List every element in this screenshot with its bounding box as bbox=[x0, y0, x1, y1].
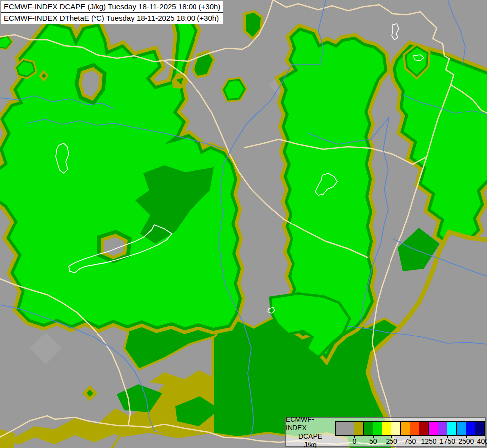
title-line-dcape: ECMWF-INDEX DCAPE (J/kg) Tuesday 18-11-2… bbox=[1, 1, 223, 12]
legend-swatch-7 bbox=[400, 421, 410, 436]
forecast-map bbox=[0, 0, 487, 448]
legend-tick-label: 0 bbox=[352, 437, 356, 445]
legend-swatch-3 bbox=[363, 421, 373, 436]
title-box: ECMWF-INDEX DCAPE (J/kg) Tuesday 18-11-2… bbox=[1, 1, 223, 24]
legend-tick-label: 1250 bbox=[421, 437, 436, 445]
legend-model-name: ECMWF-INDEX bbox=[286, 415, 335, 432]
weather-map-screen: ECMWF-INDEX DCAPE (J/kg) Tuesday 18-11-2… bbox=[0, 0, 487, 448]
legend-swatch-2 bbox=[354, 421, 363, 436]
legend-swatch-1 bbox=[345, 421, 354, 436]
legend-swatch-13 bbox=[456, 421, 466, 436]
legend-swatch-6 bbox=[391, 421, 400, 436]
legend-units: J/kg bbox=[304, 441, 317, 448]
legend-swatch-0 bbox=[335, 421, 345, 436]
legend-tick-label: 750 bbox=[404, 437, 416, 445]
legend-swatch-5 bbox=[382, 421, 391, 436]
legend-tick-label: 50 bbox=[369, 437, 377, 445]
legend-colorbar bbox=[335, 421, 485, 435]
legend-parameter-name: DCAPE bbox=[298, 432, 322, 441]
legend-swatch-8 bbox=[410, 421, 419, 436]
legend-swatch-4 bbox=[373, 421, 382, 436]
legend-swatch-14 bbox=[466, 421, 475, 436]
legend: ECMWF-INDEX DCAPE J/kg 05025075012501750… bbox=[285, 417, 486, 447]
legend-tick-label: 1750 bbox=[440, 437, 455, 445]
legend-tick-label: 4000 bbox=[477, 437, 487, 445]
legend-tick-label: 2500 bbox=[458, 437, 474, 445]
title-line-dthetae: ECMWF-INDEX DThetaE (°C) Tuesday 18-11-2… bbox=[1, 12, 223, 24]
legend-swatch-11 bbox=[438, 421, 447, 436]
legend-swatch-12 bbox=[447, 421, 456, 436]
legend-tick-label: 250 bbox=[386, 437, 397, 445]
legend-swatch-15 bbox=[475, 421, 485, 436]
legend-swatch-9 bbox=[419, 421, 428, 436]
legend-swatch-10 bbox=[428, 421, 438, 436]
legend-title-block: ECMWF-INDEX DCAPE J/kg bbox=[286, 418, 335, 446]
